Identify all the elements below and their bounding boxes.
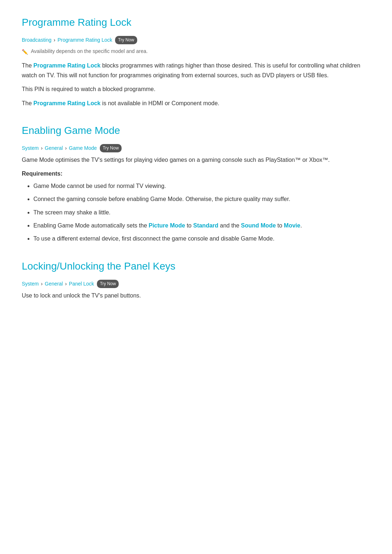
list-item-4: Enabling Game Mode automatically sets th… bbox=[33, 221, 370, 230]
section-programme-rating-lock: Programme Rating Lock Broadcasting › Pro… bbox=[22, 15, 370, 108]
list-item-1: Game Mode cannot be used for normal TV v… bbox=[33, 181, 370, 191]
try-now-badge-1[interactable]: Try Now bbox=[115, 36, 137, 44]
section1-availability-note: ✏️ Availability depends on the specific … bbox=[22, 47, 370, 56]
breadcrumb-sep-1: › bbox=[54, 36, 56, 44]
section1-breadcrumb: Broadcasting › Programme Rating Lock Try… bbox=[22, 36, 370, 44]
breadcrumb-sep-2b: › bbox=[65, 144, 67, 152]
requirements-label: Requirements: bbox=[22, 169, 370, 178]
section2-breadcrumb: System › General › Game Mode Try Now bbox=[22, 144, 370, 152]
section-panel-keys: Locking/Unlocking the Panel Keys System … bbox=[22, 258, 370, 300]
inline-link-programme-rating-lock-2[interactable]: Programme Rating Lock bbox=[33, 100, 101, 106]
breadcrumb-sep-3b: › bbox=[65, 280, 67, 288]
requirements-list: Game Mode cannot be used for normal TV v… bbox=[22, 181, 370, 244]
section1-para-2: This PIN is required to watch a blocked … bbox=[22, 85, 370, 94]
inline-link-picture-mode[interactable]: Picture Mode bbox=[149, 222, 185, 229]
availability-text: Availability depends on the specific mod… bbox=[31, 47, 148, 55]
inline-link-standard[interactable]: Standard bbox=[193, 222, 218, 229]
breadcrumb-link-programme-rating-lock[interactable]: Programme Rating Lock bbox=[57, 36, 112, 44]
list-item-5: To use a different external device, firs… bbox=[33, 234, 370, 243]
breadcrumb-sep-2a: › bbox=[41, 144, 43, 152]
section3-breadcrumb: System › General › Panel Lock Try Now bbox=[22, 280, 370, 288]
section1-para-1: The Programme Rating Lock blocks program… bbox=[22, 61, 370, 80]
list-item-4-text: Enabling Game Mode automatically sets th… bbox=[33, 222, 302, 229]
inline-link-sound-mode[interactable]: Sound Mode bbox=[241, 222, 276, 229]
breadcrumb-link-panel-lock[interactable]: Panel Lock bbox=[69, 280, 94, 288]
try-now-badge-3[interactable]: Try Now bbox=[97, 280, 119, 288]
list-item-2-text: Connect the gaming console before enabli… bbox=[33, 196, 290, 202]
breadcrumb-link-broadcasting[interactable]: Broadcasting bbox=[22, 36, 52, 44]
breadcrumb-sep-3a: › bbox=[41, 280, 43, 288]
section3-body: Use to lock and unlock the TV's panel bu… bbox=[22, 291, 370, 300]
breadcrumb-link-game-mode[interactable]: Game Mode bbox=[69, 144, 97, 152]
list-item-5-text: To use a different external device, firs… bbox=[33, 235, 274, 242]
inline-link-movie[interactable]: Movie bbox=[284, 222, 300, 229]
section2-intro: Game Mode optimises the TV's settings fo… bbox=[22, 155, 370, 165]
section-enabling-game-mode: Enabling Game Mode System › General › Ga… bbox=[22, 123, 370, 244]
breadcrumb-link-general-2[interactable]: General bbox=[45, 280, 63, 288]
breadcrumb-link-system-2[interactable]: System bbox=[22, 280, 39, 288]
try-now-badge-2[interactable]: Try Now bbox=[100, 144, 122, 152]
pencil-icon: ✏️ bbox=[22, 48, 28, 56]
section1-para-3: The Programme Rating Lock is not availab… bbox=[22, 99, 370, 108]
inline-link-programme-rating-lock-1[interactable]: Programme Rating Lock bbox=[33, 62, 101, 69]
section1-title: Programme Rating Lock bbox=[22, 15, 370, 32]
breadcrumb-link-system[interactable]: System bbox=[22, 144, 39, 152]
breadcrumb-link-general[interactable]: General bbox=[45, 144, 63, 152]
section3-title: Locking/Unlocking the Panel Keys bbox=[22, 258, 370, 276]
list-item-3: The screen may shake a little. bbox=[33, 208, 370, 217]
list-item-2: Connect the gaming console before enabli… bbox=[33, 194, 370, 204]
section2-title: Enabling Game Mode bbox=[22, 123, 370, 140]
list-item-3-text: The screen may shake a little. bbox=[33, 209, 111, 216]
list-item-1-text: Game Mode cannot be used for normal TV v… bbox=[33, 183, 166, 189]
